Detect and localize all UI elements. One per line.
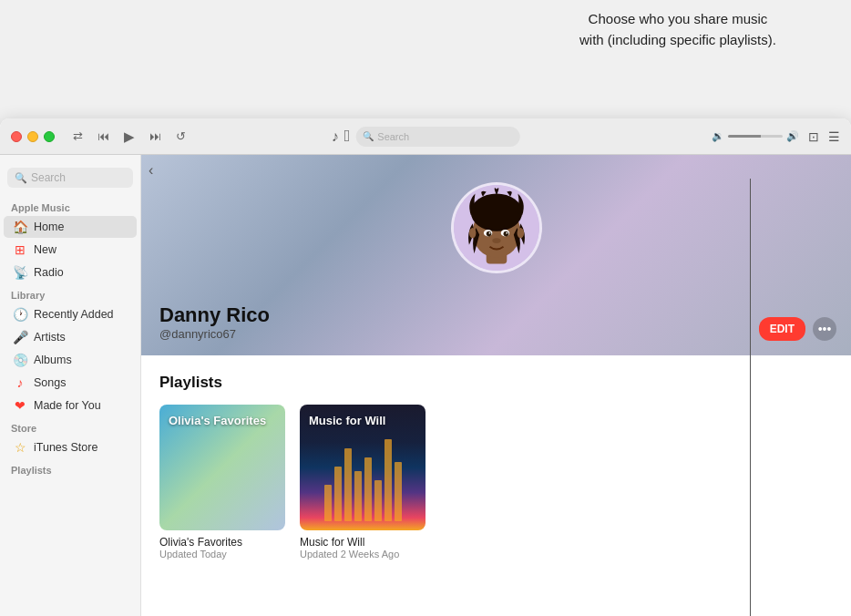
volume-slider[interactable] <box>728 135 783 138</box>
previous-button[interactable]: ⏮ <box>97 129 109 143</box>
sidebar-item-radio[interactable]: 📡 Radio <box>4 262 137 283</box>
tooltip-area: Choose who you share music with (includi… <box>505 0 851 118</box>
traffic-lights <box>11 131 55 142</box>
bar-8 <box>395 462 402 521</box>
bar-6 <box>374 480 382 521</box>
volume-high-icon: 🔊 <box>786 130 799 142</box>
titlebar-right: 🔉 🔊 ⊡ ☰ <box>712 129 840 144</box>
close-button[interactable] <box>11 131 22 142</box>
playlist-cover-title-will: Music for Will <box>309 414 385 429</box>
bar-1 <box>324 485 332 521</box>
sidebar-search-icon: 🔍 <box>15 172 27 184</box>
playlists-section-title: Playlists <box>159 374 833 392</box>
minimize-button[interactable] <box>27 131 38 142</box>
main-panel: ‹ <box>141 155 851 616</box>
titlebar-center: ♪  🔍 Search <box>332 127 520 147</box>
svg-point-3 <box>470 193 521 231</box>
new-icon: ⊞ <box>13 242 27 257</box>
sidebar-item-songs[interactable]: ♪ Songs <box>4 372 137 394</box>
playlist-cover-title-olivias: Olivia's Favorites <box>169 414 266 429</box>
svg-point-10 <box>492 238 500 243</box>
sidebar-item-itunes-store[interactable]: ☆ iTunes Store <box>4 436 137 458</box>
bar-5 <box>364 457 372 521</box>
playlist-label-will: Music for Will <box>300 536 426 549</box>
sidebar-section-store: Store <box>0 417 140 436</box>
playlist-card-music-for-will[interactable]: Music for Will <box>300 405 426 560</box>
sidebar-item-new[interactable]: ⊞ New <box>4 239 137 261</box>
sidebar-item-itunes-store-label: iTunes Store <box>34 441 97 454</box>
sidebar-item-home[interactable]: 🏠 Home <box>4 216 137 238</box>
playlists-grid: Olivia's Favorites Olivia's Favorites Up… <box>159 405 833 560</box>
maximize-button[interactable] <box>44 131 55 142</box>
artists-icon: 🎤 <box>13 330 27 344</box>
playlist-sublabel-olivias: Updated Today <box>159 549 285 560</box>
titlebar: ⇄ ⏮ ▶ ⏭ ↺ ♪  🔍 Search 🔉 🔊 ⊡ ☰ <box>0 118 851 155</box>
tooltip-text: Choose who you share music with (includi… <box>578 9 778 50</box>
sidebar-section-library: Library <box>0 284 140 303</box>
next-button[interactable]: ⏭ <box>149 129 161 143</box>
more-options-button[interactable]: ••• <box>813 317 836 341</box>
radio-icon: 📡 <box>13 265 27 280</box>
profile-info: Danny Rico @dannyrico67 <box>159 303 270 341</box>
memoji-image <box>454 182 539 273</box>
tooltip-line <box>750 179 751 616</box>
sidebar-item-albums-label: Albums <box>34 354 72 366</box>
main-window: ⇄ ⏮ ▶ ⏭ ↺ ♪  🔍 Search 🔉 🔊 ⊡ ☰ <box>0 118 851 616</box>
sidebar-item-made-for-you[interactable]: ❤ Made for You <box>4 395 137 416</box>
svg-point-12 <box>517 228 524 238</box>
lyrics-button[interactable]: ☰ <box>828 129 840 144</box>
bar-7 <box>384 439 392 521</box>
playlist-card-olivias-favorites[interactable]: Olivia's Favorites Olivia's Favorites Up… <box>159 405 285 560</box>
profile-avatar <box>451 182 542 273</box>
songs-icon: ♪ <box>13 375 27 390</box>
sidebar: 🔍 Search Apple Music 🏠 Home ⊞ New 📡 Radi… <box>0 155 141 616</box>
airplay-button[interactable]: ⊡ <box>808 129 819 144</box>
apple-logo-icon:  <box>344 127 351 146</box>
itunes-store-icon: ☆ <box>13 440 27 455</box>
recently-added-icon: 🕐 <box>13 307 27 322</box>
sidebar-item-recently-added-label: Recently Added <box>34 308 114 321</box>
sidebar-item-new-label: New <box>34 243 56 256</box>
search-icon: 🔍 <box>363 131 374 141</box>
playlist-cover-olivias-favorites: Olivia's Favorites <box>159 405 285 530</box>
search-bar[interactable]: 🔍 Search <box>355 127 519 147</box>
sidebar-item-made-for-you-label: Made for You <box>34 399 101 412</box>
sidebar-item-songs-label: Songs <box>34 376 66 389</box>
sidebar-search[interactable]: 🔍 Search <box>7 168 133 188</box>
svg-point-11 <box>468 228 476 238</box>
edit-button[interactable]: EDIT <box>759 317 805 341</box>
sidebar-item-artists-label: Artists <box>34 331 66 344</box>
shuffle-button[interactable]: ⇄ <box>73 129 83 143</box>
content-area: 🔍 Search Apple Music 🏠 Home ⊞ New 📡 Radi… <box>0 155 851 616</box>
sidebar-item-recently-added[interactable]: 🕐 Recently Added <box>4 303 137 325</box>
playlist-label-olivias: Olivia's Favorites <box>159 536 285 549</box>
volume-control: 🔉 🔊 <box>712 130 799 142</box>
volume-low-icon: 🔉 <box>712 130 724 142</box>
svg-point-8 <box>488 232 490 234</box>
sidebar-item-albums[interactable]: 💿 Albums <box>4 349 137 371</box>
sidebar-item-artists[interactable]: 🎤 Artists <box>4 326 137 348</box>
profile-actions: EDIT ••• <box>759 317 836 341</box>
equalizer-bars <box>300 439 426 530</box>
back-button[interactable]: ‹ <box>149 162 153 179</box>
sidebar-item-radio-label: Radio <box>34 266 64 279</box>
sidebar-search-placeholder: Search <box>31 171 66 184</box>
made-for-you-icon: ❤ <box>13 398 27 413</box>
svg-point-6 <box>486 231 491 237</box>
profile-name: Danny Rico <box>159 303 270 327</box>
bar-3 <box>344 448 352 521</box>
repeat-button[interactable]: ↺ <box>176 129 186 143</box>
sidebar-item-home-label: Home <box>34 221 64 233</box>
profile-handle: @dannyrico67 <box>159 327 270 341</box>
bar-4 <box>354 471 362 521</box>
profile-banner: Danny Rico @dannyrico67 EDIT ••• <box>141 155 851 355</box>
albums-icon: 💿 <box>13 353 27 367</box>
playlists-section: Playlists Olivia's Favorites Olivia's Fa… <box>141 355 851 578</box>
play-button[interactable]: ▶ <box>124 128 135 145</box>
sidebar-section-playlists: Playlists <box>0 459 140 477</box>
playback-controls: ⇄ ⏮ ▶ ⏭ ↺ <box>73 128 186 145</box>
playlist-sublabel-will: Updated 2 Weeks Ago <box>300 549 426 560</box>
svg-point-9 <box>506 232 508 234</box>
search-placeholder: Search <box>377 131 409 142</box>
playlist-cover-music-for-will: Music for Will <box>300 405 426 530</box>
